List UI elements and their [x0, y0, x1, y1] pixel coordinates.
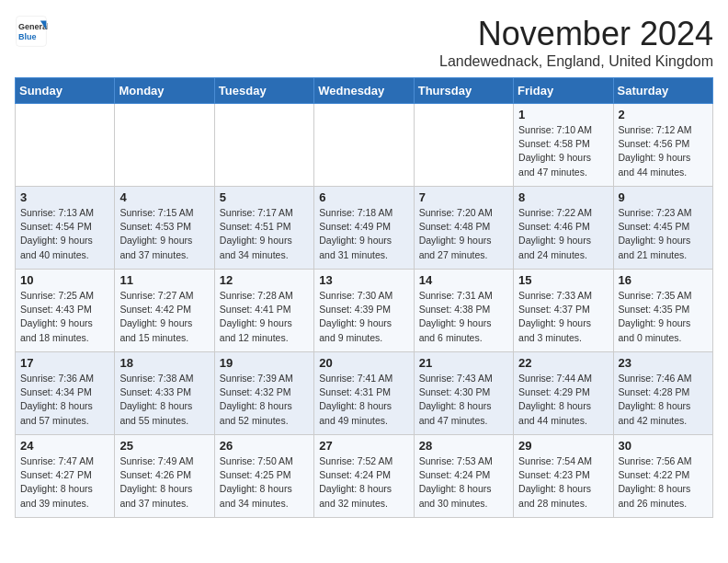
day-number: 3 [20, 190, 109, 204]
day-info: Sunrise: 7:50 AM Sunset: 4:25 PM Dayligh… [220, 454, 309, 511]
calendar-cell: 24Sunrise: 7:47 AM Sunset: 4:27 PM Dayli… [16, 435, 115, 518]
day-info: Sunrise: 7:41 AM Sunset: 4:31 PM Dayligh… [319, 372, 408, 428]
day-number: 16 [619, 273, 708, 287]
day-info: Sunrise: 7:15 AM Sunset: 4:53 PM Dayligh… [119, 206, 209, 262]
day-info: Sunrise: 7:20 AM Sunset: 4:48 PM Dayligh… [419, 206, 508, 262]
day-number: 15 [518, 273, 608, 287]
calendar-cell: 9Sunrise: 7:23 AM Sunset: 4:45 PM Daylig… [613, 187, 712, 270]
day-number: 9 [619, 190, 708, 204]
month-title: November 2024 [439, 15, 713, 53]
day-number: 21 [419, 356, 508, 370]
day-info: Sunrise: 7:46 AM Sunset: 4:28 PM Dayligh… [619, 372, 708, 428]
day-info: Sunrise: 7:12 AM Sunset: 4:56 PM Dayligh… [619, 123, 708, 179]
calendar-cell: 6Sunrise: 7:18 AM Sunset: 4:49 PM Daylig… [314, 187, 414, 270]
calendar-cell: 27Sunrise: 7:52 AM Sunset: 4:24 PM Dayli… [314, 435, 414, 518]
day-number: 18 [119, 356, 209, 370]
day-info: Sunrise: 7:53 AM Sunset: 4:24 PM Dayligh… [419, 454, 508, 511]
day-info: Sunrise: 7:35 AM Sunset: 4:35 PM Dayligh… [619, 289, 708, 345]
day-info: Sunrise: 7:28 AM Sunset: 4:41 PM Dayligh… [220, 289, 309, 345]
day-header-monday: Monday [115, 78, 214, 104]
day-number: 1 [518, 108, 608, 121]
day-info: Sunrise: 7:10 AM Sunset: 4:58 PM Dayligh… [518, 123, 608, 179]
header: General Blue November 2024 Landewednack,… [15, 15, 713, 70]
day-number: 13 [319, 273, 408, 287]
calendar-table: SundayMondayTuesdayWednesdayThursdayFrid… [15, 77, 713, 518]
calendar-cell [414, 104, 513, 187]
svg-text:Blue: Blue [18, 32, 37, 41]
day-info: Sunrise: 7:44 AM Sunset: 4:29 PM Dayligh… [518, 372, 608, 428]
calendar-week-row: 10Sunrise: 7:25 AM Sunset: 4:43 PM Dayli… [16, 270, 713, 352]
calendar-cell [314, 104, 414, 187]
calendar-week-row: 3Sunrise: 7:13 AM Sunset: 4:54 PM Daylig… [16, 187, 713, 270]
day-number: 10 [20, 273, 109, 287]
day-info: Sunrise: 7:36 AM Sunset: 4:34 PM Dayligh… [20, 372, 109, 428]
day-number: 17 [20, 356, 109, 370]
calendar-cell: 11Sunrise: 7:27 AM Sunset: 4:42 PM Dayli… [115, 270, 214, 352]
calendar-cell: 10Sunrise: 7:25 AM Sunset: 4:43 PM Dayli… [16, 270, 115, 352]
day-info: Sunrise: 7:39 AM Sunset: 4:32 PM Dayligh… [220, 372, 309, 428]
calendar-week-row: 1Sunrise: 7:10 AM Sunset: 4:58 PM Daylig… [16, 104, 713, 187]
day-header-friday: Friday [514, 78, 613, 104]
day-info: Sunrise: 7:27 AM Sunset: 4:42 PM Dayligh… [119, 289, 209, 345]
calendar-cell: 25Sunrise: 7:49 AM Sunset: 4:26 PM Dayli… [115, 435, 214, 518]
day-number: 29 [518, 439, 608, 453]
day-number: 4 [119, 190, 209, 204]
calendar-cell: 19Sunrise: 7:39 AM Sunset: 4:32 PM Dayli… [214, 352, 313, 435]
calendar-cell: 26Sunrise: 7:50 AM Sunset: 4:25 PM Dayli… [214, 435, 313, 518]
calendar-cell: 20Sunrise: 7:41 AM Sunset: 4:31 PM Dayli… [314, 352, 414, 435]
day-header-wednesday: Wednesday [314, 78, 414, 104]
calendar-cell: 12Sunrise: 7:28 AM Sunset: 4:41 PM Dayli… [214, 270, 313, 352]
day-info: Sunrise: 7:23 AM Sunset: 4:45 PM Dayligh… [619, 206, 708, 262]
calendar-cell: 4Sunrise: 7:15 AM Sunset: 4:53 PM Daylig… [115, 187, 214, 270]
day-info: Sunrise: 7:13 AM Sunset: 4:54 PM Dayligh… [20, 206, 109, 262]
calendar-cell: 22Sunrise: 7:44 AM Sunset: 4:29 PM Dayli… [514, 352, 613, 435]
day-number: 19 [220, 356, 309, 370]
calendar-cell: 17Sunrise: 7:36 AM Sunset: 4:34 PM Dayli… [16, 352, 115, 435]
calendar-cell: 23Sunrise: 7:46 AM Sunset: 4:28 PM Dayli… [613, 352, 712, 435]
day-number: 8 [518, 190, 608, 204]
day-number: 6 [319, 190, 408, 204]
calendar-week-row: 24Sunrise: 7:47 AM Sunset: 4:27 PM Dayli… [16, 435, 713, 518]
day-header-saturday: Saturday [613, 78, 712, 104]
logo: General Blue [15, 15, 48, 48]
day-number: 5 [220, 190, 309, 204]
calendar-cell: 8Sunrise: 7:22 AM Sunset: 4:46 PM Daylig… [514, 187, 613, 270]
calendar-cell: 30Sunrise: 7:56 AM Sunset: 4:22 PM Dayli… [613, 435, 712, 518]
logo-icon: General Blue [15, 15, 48, 48]
day-info: Sunrise: 7:25 AM Sunset: 4:43 PM Dayligh… [20, 289, 109, 345]
title-area: November 2024 Landewednack, England, Uni… [439, 15, 713, 70]
day-info: Sunrise: 7:47 AM Sunset: 4:27 PM Dayligh… [20, 454, 109, 511]
calendar-cell: 2Sunrise: 7:12 AM Sunset: 4:56 PM Daylig… [613, 104, 712, 187]
day-number: 14 [419, 273, 508, 287]
day-number: 12 [220, 273, 309, 287]
day-info: Sunrise: 7:22 AM Sunset: 4:46 PM Dayligh… [518, 206, 608, 262]
calendar-cell: 29Sunrise: 7:54 AM Sunset: 4:23 PM Dayli… [514, 435, 613, 518]
day-number: 27 [319, 439, 408, 453]
day-number: 30 [619, 439, 708, 453]
day-number: 20 [319, 356, 408, 370]
day-number: 25 [119, 439, 209, 453]
day-info: Sunrise: 7:54 AM Sunset: 4:23 PM Dayligh… [518, 454, 608, 511]
calendar-cell: 7Sunrise: 7:20 AM Sunset: 4:48 PM Daylig… [414, 187, 513, 270]
day-info: Sunrise: 7:33 AM Sunset: 4:37 PM Dayligh… [518, 289, 608, 345]
calendar-week-row: 17Sunrise: 7:36 AM Sunset: 4:34 PM Dayli… [16, 352, 713, 435]
day-number: 7 [419, 190, 508, 204]
day-info: Sunrise: 7:38 AM Sunset: 4:33 PM Dayligh… [119, 372, 209, 428]
calendar-header-row: SundayMondayTuesdayWednesdayThursdayFrid… [16, 78, 713, 104]
calendar-cell: 21Sunrise: 7:43 AM Sunset: 4:30 PM Dayli… [414, 352, 513, 435]
day-number: 24 [20, 439, 109, 453]
day-info: Sunrise: 7:49 AM Sunset: 4:26 PM Dayligh… [119, 454, 209, 511]
day-number: 23 [619, 356, 708, 370]
day-number: 22 [518, 356, 608, 370]
day-info: Sunrise: 7:18 AM Sunset: 4:49 PM Dayligh… [319, 206, 408, 262]
day-info: Sunrise: 7:17 AM Sunset: 4:51 PM Dayligh… [220, 206, 309, 262]
calendar-cell: 13Sunrise: 7:30 AM Sunset: 4:39 PM Dayli… [314, 270, 414, 352]
calendar-cell [214, 104, 313, 187]
calendar-cell: 14Sunrise: 7:31 AM Sunset: 4:38 PM Dayli… [414, 270, 513, 352]
calendar-cell: 28Sunrise: 7:53 AM Sunset: 4:24 PM Dayli… [414, 435, 513, 518]
day-info: Sunrise: 7:43 AM Sunset: 4:30 PM Dayligh… [419, 372, 508, 428]
calendar-cell [115, 104, 214, 187]
day-header-sunday: Sunday [16, 78, 115, 104]
day-number: 11 [119, 273, 209, 287]
calendar-cell: 15Sunrise: 7:33 AM Sunset: 4:37 PM Dayli… [514, 270, 613, 352]
